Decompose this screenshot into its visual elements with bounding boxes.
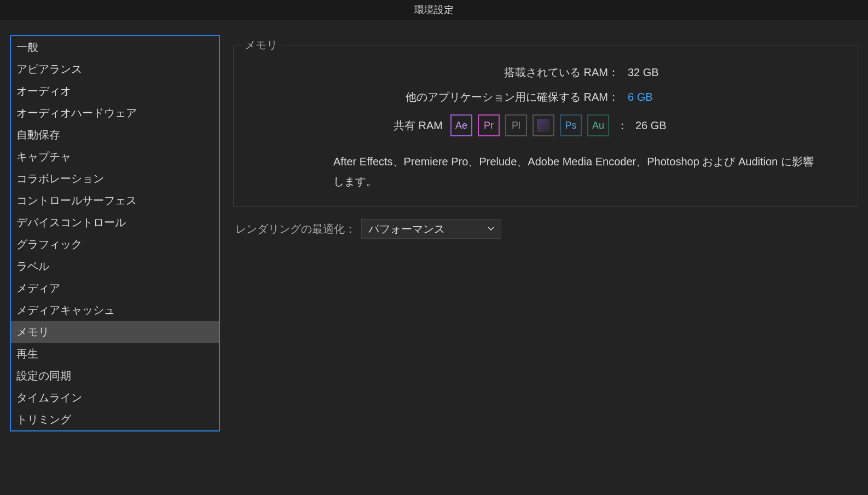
preferences-sidebar: 一般 アピアランス オーディオ オーディオハードウェア 自動保存 キャプチャ コ… xyxy=(10,35,220,431)
window-title: 環境設定 xyxy=(414,4,454,15)
shared-colon: ： xyxy=(617,118,628,133)
sidebar-item-trimming[interactable]: トリミング xyxy=(11,408,219,430)
sidebar-item-graphics[interactable]: グラフィック xyxy=(11,233,219,255)
premiere-pro-icon: Pr xyxy=(478,114,500,136)
window-titlebar: 環境設定 xyxy=(0,0,868,20)
photoshop-icon: Ps xyxy=(560,114,582,136)
shared-ram-value: 26 GB xyxy=(635,119,667,132)
installed-ram-label: 搭載されている RAM： xyxy=(247,65,619,80)
sidebar-item-timeline[interactable]: タイムライン xyxy=(11,387,219,408)
main-panel: メモリ 搭載されている RAM： 32 GB 他のアプリケーション用に確保する … xyxy=(233,35,858,431)
content-area: 一般 アピアランス オーディオ オーディオハードウェア 自動保存 キャプチャ コ… xyxy=(0,20,868,431)
media-encoder-icon xyxy=(533,114,554,136)
audition-icon: Au xyxy=(587,114,609,136)
rendering-optimization-row: レンダリングの最適化： パフォーマンス xyxy=(233,219,858,239)
memory-fieldset: メモリ 搭載されている RAM： 32 GB 他のアプリケーション用に確保する … xyxy=(233,45,858,207)
after-effects-icon: Ae xyxy=(450,114,472,136)
memory-section-title: メモリ xyxy=(241,38,281,53)
sidebar-item-labels[interactable]: ラベル xyxy=(11,255,219,277)
sidebar-item-general[interactable]: 一般 xyxy=(11,36,219,58)
sidebar-item-device-control[interactable]: デバイスコントロール xyxy=(11,211,219,233)
shared-ram-label: 共有 RAM xyxy=(247,118,443,133)
reserved-ram-label: 他のアプリケーション用に確保する RAM： xyxy=(247,90,619,105)
installed-ram-value: 32 GB xyxy=(628,66,661,79)
sidebar-item-sync-settings[interactable]: 設定の同期 xyxy=(11,365,219,387)
sidebar-item-media-cache[interactable]: メディアキャッシュ xyxy=(11,299,219,321)
sidebar-item-audio-hardware[interactable]: オーディオハードウェア xyxy=(11,102,219,124)
sidebar-item-audio[interactable]: オーディオ xyxy=(11,80,219,102)
sidebar-item-collaboration[interactable]: コラボレーション xyxy=(11,168,219,189)
rendering-optimization-label: レンダリングの最適化： xyxy=(235,222,356,237)
sidebar-item-autosave[interactable]: 自動保存 xyxy=(11,124,219,146)
sidebar-item-playback[interactable]: 再生 xyxy=(11,343,219,365)
sidebar-item-capture[interactable]: キャプチャ xyxy=(11,146,219,168)
memory-description: After Effects、Premiere Pro、Prelude、Adobe… xyxy=(247,152,844,191)
prelude-icon: Pl xyxy=(505,114,527,136)
sidebar-item-memory[interactable]: メモリ xyxy=(11,321,219,343)
chevron-down-icon xyxy=(488,226,494,232)
shared-ram-row: 共有 RAM Ae Pr Pl Ps Au ： 26 GB xyxy=(247,114,844,136)
sidebar-item-appearance[interactable]: アピアランス xyxy=(11,58,219,80)
reserved-ram-row: 他のアプリケーション用に確保する RAM： 6 GB xyxy=(247,90,844,105)
sidebar-item-control-surface[interactable]: コントロールサーフェス xyxy=(11,189,219,211)
installed-ram-row: 搭載されている RAM： 32 GB xyxy=(247,65,844,80)
reserved-ram-value[interactable]: 6 GB xyxy=(628,91,661,103)
rendering-optimization-selected: パフォーマンス xyxy=(368,222,445,237)
sidebar-item-media[interactable]: メディア xyxy=(11,277,219,299)
shared-app-icons: Ae Pr Pl Ps Au xyxy=(450,114,609,136)
rendering-optimization-dropdown[interactable]: パフォーマンス xyxy=(361,219,501,239)
